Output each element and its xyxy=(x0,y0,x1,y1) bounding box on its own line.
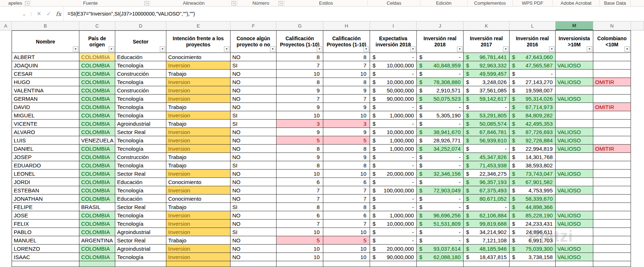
cell-l-24[interactable]: $3,738,158 xyxy=(510,253,556,261)
cell-m-0[interactable] xyxy=(556,53,593,61)
header-cell-k[interactable]: Inversión real 2017▼ xyxy=(464,30,510,53)
cell-m-2[interactable] xyxy=(556,70,593,78)
cell-n-11[interactable]: OMITIR xyxy=(593,145,631,153)
cancel-button[interactable]: ✕ xyxy=(34,7,44,21)
column-header-n[interactable]: N xyxy=(593,21,631,30)
cell-b-12[interactable]: JOSEP xyxy=(12,153,79,161)
cell-g-16[interactable]: 7 xyxy=(277,186,323,195)
cell-k-partial[interactable] xyxy=(464,261,510,267)
cell-j-20[interactable]: $51,531,809 xyxy=(417,220,464,228)
cell-j-21[interactable]: $- xyxy=(417,228,464,236)
cell-c-18[interactable]: BRASIL xyxy=(79,203,115,211)
cell-g-21[interactable]: 10 xyxy=(277,228,323,236)
cell-g-22[interactable]: 5 xyxy=(277,236,323,245)
cell-i-4[interactable]: $50,000,000 xyxy=(370,86,417,95)
cell-f-21[interactable]: SI xyxy=(230,228,277,236)
cell-partial-10[interactable] xyxy=(631,136,644,145)
cell-i-8[interactable]: $- xyxy=(370,120,417,128)
cell-l-3[interactable]: $27,143,270 xyxy=(510,78,556,86)
dialog-launcher-icon[interactable]: ⇘ xyxy=(279,1,283,5)
cell-b-0[interactable]: ALBERT xyxy=(12,53,79,61)
cell-h-23[interactable]: 10 xyxy=(323,245,370,253)
cell-h-partial[interactable] xyxy=(323,261,370,267)
cell-c-0[interactable]: COLOMBIA xyxy=(79,53,115,61)
cell-j-7[interactable]: $5,305,190 xyxy=(417,111,464,120)
column-header-h[interactable]: H xyxy=(323,21,370,30)
column-header-j[interactable]: J xyxy=(417,21,464,30)
dialog-launcher-icon[interactable]: ⇘ xyxy=(25,1,29,5)
cell-a-14[interactable] xyxy=(0,170,12,178)
cell-m-18[interactable] xyxy=(556,203,593,211)
cell-e-21[interactable]: Inversion xyxy=(166,228,230,236)
cell-g-17[interactable]: 7 xyxy=(277,195,323,203)
cell-f-11[interactable]: NO xyxy=(230,145,277,153)
cell-g-5[interactable]: 7 xyxy=(277,95,323,103)
cell-d-18[interactable]: Sector Real xyxy=(115,203,166,211)
cell-n-10[interactable] xyxy=(593,136,631,145)
cell-m-9[interactable]: VALIOSO xyxy=(556,128,593,136)
cell-g-12[interactable]: 9 xyxy=(277,153,323,161)
cell-n-5[interactable] xyxy=(593,95,631,103)
cell-g-18[interactable]: 8 xyxy=(277,203,323,211)
cell-e-17[interactable]: Conocimiento xyxy=(166,195,230,203)
cell-l-1[interactable]: $47,565,587 xyxy=(510,61,556,70)
cell-k-21[interactable]: $34,214,902 xyxy=(464,228,510,236)
filter-dropdown-button[interactable]: ▼ xyxy=(410,46,416,52)
cell-m-24[interactable]: VALIOSO xyxy=(556,253,593,261)
cell-c-7[interactable]: COLOMBIA xyxy=(79,111,115,120)
cell-c-22[interactable]: ARGENTINA xyxy=(79,236,115,245)
cell-a-18[interactable] xyxy=(0,203,12,211)
filter-dropdown-button[interactable]: ▼ xyxy=(457,46,462,52)
cell-n-16[interactable] xyxy=(593,186,631,195)
cell-k-9[interactable]: $67,846,781 xyxy=(464,128,510,136)
cell-e-0[interactable]: Conocimiento xyxy=(166,53,230,61)
cell-n-6[interactable]: OMITIR xyxy=(593,103,631,111)
cell-d-13[interactable]: Tecnología xyxy=(115,161,166,170)
cell-h-5[interactable]: 7 xyxy=(323,95,370,103)
insert-function-button[interactable]: fx xyxy=(54,7,63,21)
cell-m-22[interactable] xyxy=(556,236,593,245)
cell-d-10[interactable]: Tecnología xyxy=(115,136,166,145)
cell-l-7[interactable]: $84,809,282 xyxy=(510,111,556,120)
header-cell-i[interactable]: Expectativa inversión 2018▼ xyxy=(370,30,417,53)
cell-b-20[interactable]: FELIX xyxy=(12,220,79,228)
cell-n-22[interactable] xyxy=(593,236,631,245)
cell-b-21[interactable]: PABLO xyxy=(12,228,79,236)
cell-a-8[interactable] xyxy=(0,120,12,128)
filter-dropdown-button[interactable]: ▼ xyxy=(624,46,630,52)
cell-n-23[interactable] xyxy=(593,245,631,253)
cell-f-19[interactable]: NO xyxy=(230,211,277,220)
cell-d-4[interactable]: Construcción xyxy=(115,86,166,95)
cell-j-12[interactable]: $- xyxy=(417,153,464,161)
cell-b-partial[interactable] xyxy=(12,261,79,267)
cell-m-23[interactable]: VALIOSO xyxy=(556,245,593,253)
cell-k-7[interactable]: $53,291,805 xyxy=(464,111,510,120)
cell-partial-3[interactable] xyxy=(631,78,644,86)
cell-e-23[interactable]: Inversion xyxy=(166,245,230,253)
cell-h-11[interactable]: 8 xyxy=(323,145,370,153)
cell-j-9[interactable]: $38,941,670 xyxy=(417,128,464,136)
cell-partial-6[interactable] xyxy=(631,103,644,111)
cell-l-20[interactable]: $24,233,431 xyxy=(510,220,556,228)
cell-l-17[interactable]: $58,339,670 xyxy=(510,195,556,203)
cell-e-16[interactable]: Inversion xyxy=(166,186,230,195)
column-header-f[interactable]: F xyxy=(230,21,277,30)
cell-c-5[interactable]: COLOMBIA xyxy=(79,95,115,103)
cell-c-8[interactable]: COLOMBIA xyxy=(79,120,115,128)
cell-c-13[interactable]: COLOMBIA xyxy=(79,161,115,170)
cell-e-19[interactable]: Inversion xyxy=(166,211,230,220)
cell-a-19[interactable] xyxy=(0,211,12,220)
cell-d-20[interactable]: Tecnología xyxy=(115,220,166,228)
cell-k-4[interactable]: $37,561,085 xyxy=(464,86,510,95)
cell-partial-12[interactable] xyxy=(631,153,644,161)
cell-e-9[interactable]: Inversion xyxy=(166,128,230,136)
cell-g-11[interactable]: 8 xyxy=(277,145,323,153)
cell-i-16[interactable]: $100,000,000 xyxy=(370,186,417,195)
cell-d-9[interactable]: Sector Real xyxy=(115,128,166,136)
cell-partial-17[interactable] xyxy=(631,195,644,203)
cell-g-3[interactable]: 8 xyxy=(277,78,323,86)
cell-m-partial[interactable] xyxy=(556,261,593,267)
cell-partial-bottom[interactable] xyxy=(631,261,644,267)
cell-d-0[interactable]: Educación xyxy=(115,53,166,61)
cell-h-1[interactable]: 7 xyxy=(323,61,370,70)
